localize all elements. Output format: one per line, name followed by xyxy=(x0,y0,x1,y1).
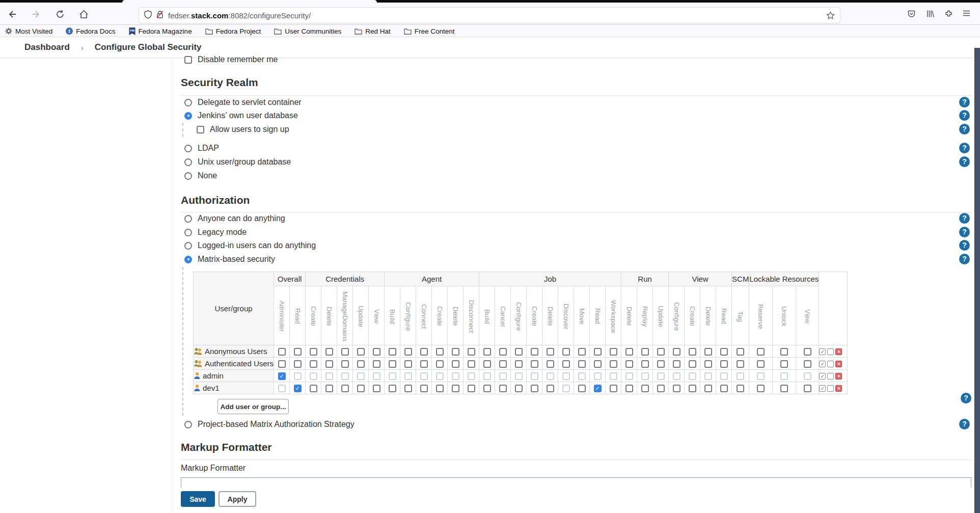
permission-checkbox[interactable] xyxy=(720,385,728,392)
copy-row-icon[interactable] xyxy=(827,385,834,392)
permission-checkbox[interactable]: ✓ xyxy=(294,385,302,392)
bookmark-fedora-magazine[interactable]: FM Fedora Magazine xyxy=(129,28,192,35)
bookmark-user-communities[interactable]: User Communities xyxy=(274,28,341,35)
permission-checkbox[interactable] xyxy=(625,348,633,356)
permission-checkbox[interactable]: ✓ xyxy=(278,372,286,380)
permission-checkbox[interactable] xyxy=(420,360,428,368)
permission-checkbox[interactable] xyxy=(341,385,349,392)
permission-checkbox[interactable] xyxy=(404,348,412,356)
permission-checkbox[interactable] xyxy=(515,348,523,356)
permission-checkbox[interactable] xyxy=(325,360,333,368)
help-icon[interactable]: ? xyxy=(959,97,970,107)
delete-row-icon[interactable]: × xyxy=(835,373,842,380)
authorization-option-radio[interactable] xyxy=(184,256,192,263)
permission-checkbox[interactable] xyxy=(594,360,602,368)
insecure-lock-icon[interactable] xyxy=(156,10,164,21)
permission-checkbox[interactable] xyxy=(310,385,317,392)
toggle-all-icon[interactable]: ✓ xyxy=(819,385,826,392)
allow-signup-checkbox[interactable] xyxy=(197,126,204,133)
permission-checkbox[interactable] xyxy=(578,385,586,392)
copy-row-icon[interactable] xyxy=(827,348,834,355)
permission-checkbox[interactable] xyxy=(294,360,302,368)
bookmark-most-visited[interactable]: Most Visited xyxy=(5,28,52,35)
help-icon[interactable]: ? xyxy=(961,393,971,403)
permission-checkbox[interactable] xyxy=(757,385,765,392)
security-realm-option-radio[interactable] xyxy=(184,158,192,166)
help-icon[interactable]: ? xyxy=(959,240,970,251)
permission-checkbox[interactable] xyxy=(452,348,459,356)
permission-checkbox[interactable] xyxy=(404,360,412,368)
permission-checkbox[interactable] xyxy=(389,385,396,392)
library-icon[interactable] xyxy=(926,10,935,20)
bookmark-free-content[interactable]: Free Content xyxy=(404,28,455,35)
reload-button[interactable] xyxy=(55,9,66,20)
markup-formatter-select[interactable] xyxy=(181,477,971,489)
permission-checkbox[interactable] xyxy=(389,360,396,368)
bookmark-fedora-docs[interactable]: f Fedora Docs xyxy=(66,28,115,35)
permission-checkbox[interactable] xyxy=(780,385,788,392)
permission-checkbox[interactable] xyxy=(420,385,428,392)
permission-checkbox[interactable] xyxy=(720,348,728,356)
permission-checkbox[interactable] xyxy=(483,360,491,368)
permission-checkbox[interactable] xyxy=(373,360,380,368)
help-icon[interactable]: ? xyxy=(959,213,970,224)
permission-checkbox[interactable] xyxy=(737,348,744,356)
permission-checkbox[interactable] xyxy=(547,385,554,392)
permission-checkbox[interactable] xyxy=(468,385,475,392)
permission-checkbox[interactable] xyxy=(325,385,333,392)
permission-checkbox[interactable] xyxy=(310,360,317,368)
permission-checkbox[interactable] xyxy=(720,360,728,368)
permission-checkbox[interactable] xyxy=(610,348,617,356)
permission-checkbox[interactable] xyxy=(310,348,317,356)
permission-checkbox[interactable] xyxy=(389,348,396,356)
delete-row-icon[interactable]: × xyxy=(835,361,842,367)
permission-checkbox[interactable] xyxy=(657,360,665,368)
permission-checkbox[interactable] xyxy=(483,348,491,356)
permission-checkbox[interactable] xyxy=(673,348,680,356)
permission-checkbox[interactable] xyxy=(704,348,712,356)
bookmark-fedora-project[interactable]: Fedora Project xyxy=(205,28,261,35)
permission-checkbox[interactable] xyxy=(436,360,444,368)
permission-checkbox[interactable] xyxy=(578,348,586,356)
permission-checkbox[interactable] xyxy=(373,385,380,392)
permission-checkbox[interactable] xyxy=(452,360,459,368)
permission-checkbox[interactable] xyxy=(468,348,475,356)
permission-checkbox[interactable] xyxy=(294,348,302,356)
permission-checkbox[interactable] xyxy=(757,348,765,356)
permission-checkbox[interactable] xyxy=(278,360,286,368)
add-user-or-group-button[interactable]: Add user or group... xyxy=(217,399,289,414)
permission-checkbox[interactable] xyxy=(737,385,744,392)
permission-checkbox[interactable] xyxy=(436,348,444,356)
toggle-all-icon[interactable]: ✓ xyxy=(819,361,826,367)
permission-checkbox[interactable] xyxy=(499,385,507,392)
delete-row-icon[interactable]: × xyxy=(835,348,842,355)
permission-checkbox[interactable] xyxy=(547,348,554,356)
extensions-icon[interactable] xyxy=(944,10,953,20)
permission-checkbox[interactable] xyxy=(757,360,765,368)
permission-checkbox[interactable] xyxy=(325,348,333,356)
delete-row-icon[interactable]: × xyxy=(835,385,842,392)
permission-checkbox[interactable] xyxy=(780,348,788,356)
permission-checkbox[interactable] xyxy=(452,385,459,392)
apply-button[interactable]: Apply xyxy=(219,491,256,507)
permission-checkbox[interactable] xyxy=(657,385,665,392)
project-based-radio[interactable] xyxy=(184,421,192,428)
menu-icon[interactable] xyxy=(962,9,971,19)
permission-checkbox[interactable] xyxy=(625,385,633,392)
security-realm-option-radio[interactable] xyxy=(184,172,192,180)
permission-checkbox[interactable] xyxy=(625,360,633,368)
toggle-all-icon[interactable]: ✓ xyxy=(819,348,826,355)
permission-checkbox[interactable] xyxy=(499,360,507,368)
permission-checkbox[interactable] xyxy=(420,348,428,356)
save-button[interactable]: Save xyxy=(181,491,215,507)
security-realm-option-radio[interactable] xyxy=(184,112,192,120)
permission-checkbox[interactable] xyxy=(704,360,712,368)
security-realm-option-radio[interactable] xyxy=(184,99,192,106)
permission-checkbox[interactable] xyxy=(689,360,696,368)
authorization-option-radio[interactable] xyxy=(184,229,192,236)
help-icon[interactable]: ? xyxy=(959,143,970,153)
permission-checkbox[interactable] xyxy=(373,348,380,356)
help-icon[interactable]: ? xyxy=(959,156,970,167)
permission-checkbox[interactable] xyxy=(468,360,475,368)
permission-checkbox[interactable] xyxy=(404,385,412,392)
